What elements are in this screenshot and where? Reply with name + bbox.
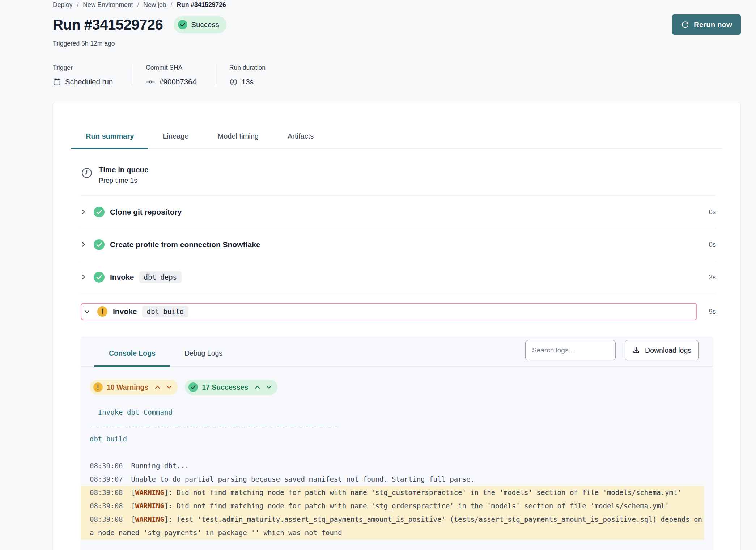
status-badge-label: Success: [191, 20, 219, 29]
step-name: Invoke: [110, 273, 134, 282]
successes-badge: 17 Successes: [185, 380, 277, 395]
meta-duration-value: 13s: [242, 77, 254, 86]
rerun-now-label: Rerun now: [694, 20, 732, 29]
step-duration: 2s: [703, 273, 716, 281]
step-duration: 0s: [703, 241, 716, 249]
step-row-dbt-build-header[interactable]: Invoke dbt build: [81, 303, 697, 320]
breadcrumb: Deploy / New Environment / New job / Run…: [53, 0, 741, 9]
success-check-icon: [94, 272, 105, 283]
download-logs-label: Download logs: [645, 346, 691, 355]
step-command-chip: dbt deps: [139, 271, 182, 283]
chevron-right-icon: [81, 274, 94, 280]
breadcrumb-item-environment[interactable]: New Environment: [83, 1, 133, 9]
tab-console-logs[interactable]: Console Logs: [94, 349, 170, 367]
run-meta: Trigger Scheduled run Commit SHA #900b73…: [53, 64, 741, 86]
step-duration: 9s: [703, 308, 716, 316]
chevron-right-icon: [81, 209, 94, 215]
page-title: Run #341529726: [53, 17, 163, 33]
meta-commit: Commit SHA #900b7364: [131, 64, 215, 86]
step-row-dbt-deps[interactable]: Invoke dbt deps 2s: [81, 261, 716, 293]
console-log-output: Invoke dbt Command ---------------------…: [81, 406, 713, 540]
meta-commit-value: #900b7364: [159, 77, 196, 86]
step-duration: 0s: [703, 208, 716, 216]
step-name: Clone git repository: [110, 208, 182, 216]
tab-artifacts[interactable]: Artifacts: [273, 132, 328, 149]
breadcrumb-separator: /: [137, 1, 139, 9]
clock-icon: [81, 167, 93, 179]
successes-next-button chevron-down-icon[interactable]: [266, 385, 272, 389]
log-line-warning: 08:39:08 [WARNING]: Test 'test.admin_mat…: [81, 513, 704, 540]
meta-duration: Run duration 13s: [215, 64, 284, 86]
rerun-now-button[interactable]: Rerun now: [672, 14, 741, 35]
step-row-dbt-build: Invoke dbt build 9s: [81, 293, 716, 336]
time-in-queue-title: Time in queue: [99, 165, 148, 174]
meta-commit-label: Commit SHA: [146, 64, 196, 72]
step-name: Invoke: [113, 307, 137, 316]
breadcrumb-item-job[interactable]: New job: [143, 1, 166, 9]
warnings-prev-button chevron-up-icon[interactable]: [155, 385, 160, 389]
success-check-icon: [188, 382, 198, 392]
breadcrumb-item-deploy[interactable]: Deploy: [53, 1, 72, 9]
breadcrumb-item-run: Run #341529726: [177, 1, 226, 9]
warnings-badge-label: 10 Warnings: [107, 383, 148, 392]
log-controls: Download logs: [525, 340, 699, 360]
calendar-icon: [53, 78, 61, 86]
meta-trigger: Trigger Scheduled run: [53, 64, 131, 86]
meta-trigger-value: Scheduled run: [65, 77, 113, 86]
meta-duration-label: Run duration: [229, 64, 266, 72]
log-line-separator: ----------------------------------------…: [81, 419, 713, 432]
log-panel: Console Logs Debug Logs Download logs: [81, 336, 713, 550]
commit-icon: [146, 78, 155, 86]
log-panel-header: Console Logs Debug Logs Download logs: [81, 336, 713, 367]
step-name: Create profile from connection Snowflake: [110, 240, 260, 249]
tab-debug-logs[interactable]: Debug Logs: [170, 349, 237, 367]
successes-prev-button chevron-up-icon[interactable]: [255, 385, 260, 389]
log-line-blank: [81, 446, 713, 459]
search-logs-input[interactable]: [525, 340, 616, 360]
step-row-clone-git[interactable]: Clone git repository 0s: [81, 196, 716, 228]
log-tabs: Console Logs Debug Logs: [94, 336, 237, 366]
time-in-queue-section: Time in queue Prep time 1s: [81, 165, 716, 196]
clock-icon: [229, 78, 238, 86]
prep-time-link[interactable]: Prep time 1s: [99, 177, 137, 185]
warnings-next-button chevron-down-icon[interactable]: [166, 385, 172, 389]
warnings-badge: 10 Warnings: [90, 380, 178, 395]
success-check-icon: [178, 20, 187, 29]
meta-trigger-label: Trigger: [53, 64, 113, 72]
run-tabs: Run summary Lineage Model timing Artifac…: [71, 132, 722, 149]
log-line-warning: 08:39:08 [WARNING]: Did not find matchin…: [81, 486, 704, 499]
triggered-timestamp: Triggered 5h 12m ago: [53, 40, 741, 47]
step-list: Clone git repository 0s Create profile f…: [81, 196, 716, 336]
log-line: dbt build: [81, 432, 713, 446]
page: Deploy / New Environment / New job / Run…: [53, 0, 741, 550]
breadcrumb-separator: /: [171, 1, 173, 9]
chevron-right-icon: [81, 242, 94, 247]
status-badge: Success: [174, 16, 226, 33]
tab-model-timing[interactable]: Model timing: [203, 132, 273, 149]
title-row: Run #341529726 Success Rerun now: [53, 14, 741, 35]
tab-run-summary[interactable]: Run summary: [71, 132, 148, 149]
tab-lineage[interactable]: Lineage: [148, 132, 203, 149]
step-command-chip: dbt build: [142, 306, 189, 317]
breadcrumb-separator: /: [77, 1, 78, 9]
success-check-icon: [94, 239, 105, 250]
download-icon: [632, 346, 640, 354]
warning-icon: [93, 382, 103, 392]
log-line: 08:39:07 Unable to do partial parsing be…: [81, 473, 713, 486]
run-detail-card: Run summary Lineage Model timing Artifac…: [53, 102, 741, 550]
warning-icon: [97, 306, 107, 317]
success-check-icon: [94, 207, 105, 217]
successes-badge-label: 17 Successes: [202, 383, 248, 392]
log-line-warning: 08:39:08 [WARNING]: Did not find matchin…: [81, 499, 704, 513]
log-line: Invoke dbt Command: [81, 406, 713, 419]
chevron-down-icon: [84, 309, 97, 314]
rerun-icon: [681, 20, 689, 29]
download-logs-button[interactable]: Download logs: [625, 340, 699, 360]
log-badge-row: 10 Warnings 17 Successes: [81, 367, 713, 395]
log-line: 08:39:06 Running dbt...: [81, 459, 713, 473]
step-row-create-profile[interactable]: Create profile from connection Snowflake…: [81, 228, 716, 261]
